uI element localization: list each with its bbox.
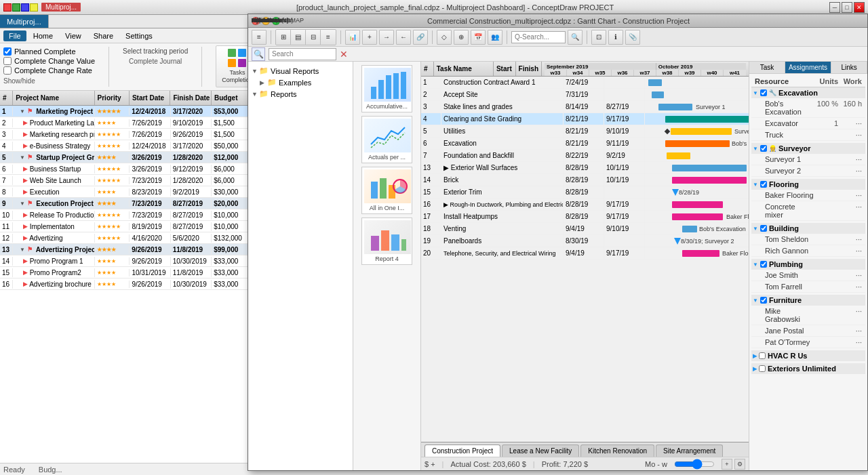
building-checkbox[interactable] — [760, 225, 767, 232]
gantt-task-row[interactable]: 13 ▶ Exterior Wall Surfaces 8/28/19 10/1… — [421, 162, 749, 174]
gantt-search-btn[interactable]: 🔍 — [568, 30, 583, 45]
maximize-button[interactable]: □ — [842, 2, 852, 13]
view-btn-1[interactable]: ⊞ — [276, 30, 291, 45]
tree-examples[interactable]: ▶ 📁 Examples — [252, 77, 349, 88]
gantt-task-row[interactable]: 17 Install Heatpumps 8/28/19 9/17/19 Bak… — [421, 211, 749, 223]
table-row[interactable]: 7 ▶ Web Site Launch ★★★★★ 7/23/2019 1/28… — [0, 175, 250, 186]
links-tab[interactable]: Links — [831, 62, 867, 73]
rp-row-excavator[interactable]: Excavator 1 ··· — [751, 118, 865, 129]
view-btn-3[interactable]: ⊟ — [306, 30, 321, 45]
table-row[interactable]: 1 ▼ ⚑ Marketing Project Group ★★★★★ 12/2… — [0, 106, 250, 117]
table-row[interactable]: 9 ▼ ⚑ Execution Project Group ★★★★ 7/23/… — [0, 198, 250, 209]
task-tab[interactable]: Task — [749, 62, 785, 73]
hvac-checkbox[interactable] — [759, 352, 766, 359]
zoom-slider[interactable] — [674, 459, 715, 470]
view-btn-4[interactable]: ≡ — [321, 30, 336, 45]
rp-exteriors-header[interactable]: ▶ Exteriors Unlimited — [751, 363, 865, 374]
gantt-search-input[interactable] — [511, 31, 566, 43]
rp-row-truck[interactable]: Truck ··· — [751, 129, 865, 141]
rp-row-tom-sheldon[interactable]: Tom Sheldon ··· — [751, 234, 865, 245]
rp-row-bobs[interactable]: Bob's Excavation 100 % 160 h — [751, 98, 865, 118]
rp-flooring-header[interactable]: ▼ Flooring — [751, 179, 865, 190]
flooring-checkbox[interactable] — [760, 181, 767, 188]
table-row[interactable]: 2 ▶ Product Marketing Launch ★★★★ 7/26/2… — [0, 117, 250, 129]
menu-home[interactable]: Home — [28, 30, 58, 41]
table-row[interactable]: 11 ▶ Implementaton ★★★★★ 8/19/2019 8/27/… — [0, 221, 250, 232]
calendar-btn[interactable]: 📅 — [471, 30, 486, 45]
gantt-task-row[interactable]: 15 Exterior Trim 8/28/19 8/28/19 — [421, 186, 749, 199]
add-item-btn[interactable]: + — [362, 30, 377, 45]
menu-share[interactable]: Share — [88, 30, 119, 41]
table-row[interactable]: 8 ▶ Execution ★★★★ 8/23/2019 9/2/2019 $3… — [0, 186, 250, 198]
gantt-task-row[interactable]: 18 Venting 9/4/19 9/10/19 Bob's Excavati… — [421, 223, 749, 235]
team-btn[interactable]: 👥 — [488, 30, 502, 45]
gantt-task-row[interactable]: 14 Brick 8/28/19 10/1/19 Bob's Excav — [421, 174, 749, 186]
indent-btn[interactable]: → — [379, 30, 394, 45]
outdent-btn[interactable]: ← — [396, 30, 411, 45]
link-btn[interactable]: 🔗 — [413, 30, 428, 45]
tree-visual-reports[interactable]: ▼ 📁 Visual Reports — [252, 65, 349, 77]
rp-row-jane[interactable]: Jane Postal ··· — [751, 325, 865, 337]
rp-row-joe-smith[interactable]: Joe Smith ··· — [751, 270, 865, 281]
gantt-task-row[interactable]: 4 Clearing and Site Grading 8/21/19 9/17… — [421, 113, 749, 125]
complete-change-rate-checkbox[interactable]: Complete Change Rate — [3, 66, 95, 75]
rp-row-baker[interactable]: Baker Flooring ··· — [751, 190, 865, 201]
complete-change-value-checkbox[interactable]: Complete Change Value — [3, 57, 95, 65]
menu-settings[interactable]: Settings — [120, 30, 158, 41]
exteriors-checkbox[interactable] — [759, 365, 766, 372]
rp-row-tom-farrell[interactable]: Tom Farrell ··· — [751, 281, 865, 293]
gantt-task-row[interactable]: 6 Excavation 8/21/19 9/11/19 Bob's Excav… — [421, 138, 749, 150]
rp-row-surveyor2[interactable]: Surveyor 2 ··· — [751, 165, 865, 177]
info-btn[interactable]: ℹ — [608, 30, 623, 45]
filter-mode-btn[interactable]: ⊡ — [591, 30, 606, 45]
table-row[interactable]: 16 ▶ Advertizing brochure ★★★★ 9/26/2019… — [0, 278, 250, 290]
table-row[interactable]: 6 ▶ Business Startup ★★★★★ 3/26/2019 9/1… — [0, 163, 250, 175]
table-row[interactable]: 10 ▶ Release To Production ★★★★★ 7/23/20… — [0, 209, 250, 221]
gantt-task-row[interactable]: 16 ▶ Rough-In Ductwork, Plumbing and Ele… — [421, 199, 749, 211]
table-row[interactable]: 12 ▶ Advertizing ★★★★★ 4/16/2020 5/6/202… — [0, 232, 250, 244]
rp-row-rich-gannon[interactable]: Rich Gannon ··· — [751, 245, 865, 257]
tree-clear-btn[interactable]: ✕ — [340, 49, 348, 60]
minimize-button[interactable]: ─ — [829, 2, 840, 13]
tab-lease-facility[interactable]: Lease a New Facility — [502, 445, 579, 457]
tree-reports[interactable]: ▼ 📁 Reports — [252, 88, 349, 100]
tab-construction-project[interactable]: Construction Project — [425, 445, 500, 457]
hypernote-btn[interactable]: 📎 — [625, 30, 640, 45]
view-btn-2[interactable]: ▤ — [291, 30, 306, 45]
menu-view[interactable]: View — [60, 30, 87, 41]
plumbing-checkbox[interactable] — [760, 261, 767, 268]
mindmap-btn[interactable]: ⊕ — [454, 30, 469, 45]
gantt-task-row[interactable]: 7 Foundation and Backfill 8/22/19 9/2/19 — [421, 150, 749, 162]
gantt-task-row[interactable]: 5 Utilities 8/21/19 9/10/19 Surveyor 2 — [421, 125, 749, 138]
gantt-task-row[interactable]: 19 Panelboards 8/30/19 8/30/19; Surveyor… — [421, 235, 749, 247]
rp-row-pat[interactable]: Pat O'Tormey ··· — [751, 337, 865, 348]
assignments-tab[interactable]: Assignments — [785, 62, 831, 73]
table-row[interactable]: 13 ▼ ⚑ Advertizing Project Group ★★★★ 9/… — [0, 244, 250, 255]
table-row[interactable]: 4 ▶ e-Business Strategy ★★★★★ 12/24/2018… — [0, 140, 250, 152]
rp-hvac-header[interactable]: ▶ HVAC R Us — [751, 350, 865, 361]
currency-btn[interactable]: $ + — [425, 460, 435, 468]
tree-search-input[interactable] — [269, 48, 336, 60]
rp-row-mike[interactable]: Mike Grabowski ··· — [751, 306, 865, 325]
gantt-task-row[interactable]: 3 Stake lines and grades 8/14/19 8/27/19… — [421, 101, 749, 113]
menu-file[interactable]: File — [3, 30, 26, 41]
furniture-checkbox[interactable] — [760, 297, 767, 304]
micro-reports-btn[interactable]: 📊 — [345, 30, 360, 45]
report-actuals[interactable]: Actuals per ... — [361, 116, 412, 163]
gantt-task-row[interactable]: 2 Accept Site 7/31/19 — [421, 89, 749, 101]
rp-excavation-header[interactable]: ▼ 🔧 Excavation — [751, 87, 865, 98]
table-row[interactable]: 15 ▶ Promo Program2 ★★★★ 10/31/2019 11/8… — [0, 267, 250, 278]
rp-plumbing-header[interactable]: ▼ Plumbing — [751, 259, 865, 270]
search-tree-btn[interactable]: 🔍 — [252, 47, 265, 61]
gantt-task-row[interactable]: 1 Construction Contract Award 1 7/24/19 — [421, 77, 749, 89]
settings-btn[interactable]: ⚙ — [734, 459, 745, 470]
multiproject-tab[interactable]: Multiproj... — [0, 15, 49, 28]
table-row[interactable]: 3 ▶ Marketing research project ★★★★★ 7/2… — [0, 129, 250, 140]
report-accumulative[interactable]: Accumulative... — [361, 65, 412, 112]
rp-surveyor-header[interactable]: ▼ 👷 Surveyor — [751, 143, 865, 154]
zoom-in-btn[interactable]: + — [722, 459, 732, 470]
toolbar-solutions-btn[interactable]: ≡ — [252, 30, 267, 45]
excavation-checkbox[interactable] — [760, 89, 767, 96]
gantt-task-row[interactable]: 20 Telephone, Security, and Electrical W… — [421, 247, 749, 260]
diagram-btn[interactable]: ◇ — [437, 30, 452, 45]
